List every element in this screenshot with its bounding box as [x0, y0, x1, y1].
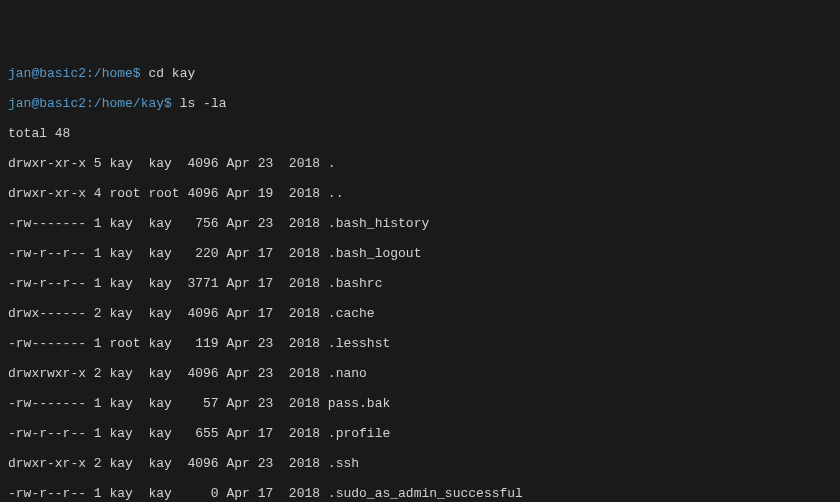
prompt-line: jan@basic2:/home/kay$ ls -la: [8, 96, 832, 111]
list-item: drwxr-xr-x 5 kay kay 4096 Apr 23 2018 .: [8, 156, 832, 171]
list-item: -rw------- 1 kay kay 756 Apr 23 2018 .ba…: [8, 216, 832, 231]
list-item: drwxrwxr-x 2 kay kay 4096 Apr 23 2018 .n…: [8, 366, 832, 381]
prompt-user: jan: [8, 96, 31, 111]
list-item: drwx------ 2 kay kay 4096 Apr 17 2018 .c…: [8, 306, 832, 321]
prompt-colon: :: [86, 66, 94, 81]
prompt-dollar: $: [133, 66, 149, 81]
list-item: -rw-r--r-- 1 kay kay 655 Apr 17 2018 .pr…: [8, 426, 832, 441]
command-input[interactable]: cd kay: [148, 66, 195, 81]
list-item: -rw-r--r-- 1 kay kay 220 Apr 17 2018 .ba…: [8, 246, 832, 261]
list-item: -rw------- 1 kay kay 57 Apr 23 2018 pass…: [8, 396, 832, 411]
list-item: -rw-r--r-- 1 kay kay 3771 Apr 17 2018 .b…: [8, 276, 832, 291]
prompt-user: jan: [8, 66, 31, 81]
prompt-host: basic2: [39, 66, 86, 81]
list-item: -rw-r--r-- 1 kay kay 0 Apr 17 2018 .sudo…: [8, 486, 832, 501]
ls-total: total 48: [8, 126, 832, 141]
prompt-path: /home: [94, 66, 133, 81]
prompt-line: jan@basic2:/home$ cd kay: [8, 66, 832, 81]
list-item: -rw------- 1 root kay 119 Apr 23 2018 .l…: [8, 336, 832, 351]
list-item: drwxr-xr-x 2 kay kay 4096 Apr 23 2018 .s…: [8, 456, 832, 471]
prompt-path: /home/kay: [94, 96, 164, 111]
list-item: drwxr-xr-x 4 root root 4096 Apr 19 2018 …: [8, 186, 832, 201]
command-input[interactable]: ls -la: [180, 96, 227, 111]
prompt-host: basic2: [39, 96, 86, 111]
